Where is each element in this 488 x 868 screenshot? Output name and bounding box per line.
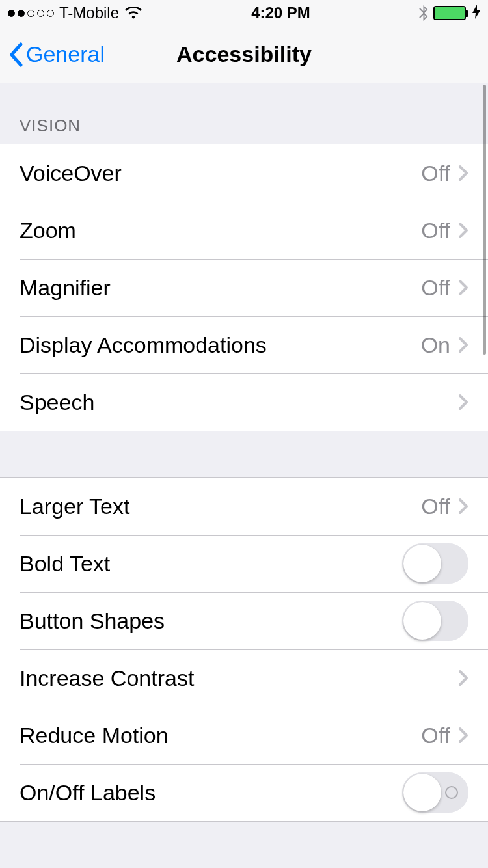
onoff-labels-toggle[interactable] [402, 772, 468, 813]
row-label: Magnifier [20, 275, 421, 301]
group-text-display: Larger Text Off Bold Text Button Shapes … [0, 477, 488, 822]
chevron-right-icon [458, 393, 468, 411]
row-value: On [421, 332, 450, 358]
row-label: Bold Text [20, 551, 402, 576]
row-value: Off [421, 723, 450, 748]
row-value: Off [421, 161, 450, 186]
row-label: Larger Text [20, 494, 421, 519]
chevron-right-icon [458, 497, 468, 515]
row-speech[interactable]: Speech [0, 373, 488, 431]
status-time: 4:20 PM [251, 4, 310, 22]
button-shapes-toggle[interactable] [402, 601, 468, 641]
row-onoff-labels[interactable]: On/Off Labels [0, 764, 488, 821]
chevron-right-icon [458, 278, 468, 297]
chevron-right-icon [458, 336, 468, 354]
wifi-icon [124, 7, 142, 20]
row-voiceover[interactable]: VoiceOver Off [0, 144, 488, 202]
row-value: Off [421, 494, 450, 519]
row-display-accommodations[interactable]: Display Accommodations On [0, 316, 488, 373]
chevron-right-icon [458, 726, 468, 744]
chevron-right-icon [458, 164, 468, 182]
row-larger-text[interactable]: Larger Text Off [0, 478, 488, 535]
row-label: Speech [20, 390, 458, 415]
row-magnifier[interactable]: Magnifier Off [0, 259, 488, 316]
row-label: VoiceOver [20, 161, 421, 186]
scroll-indicator [483, 85, 486, 355]
row-increase-contrast[interactable]: Increase Contrast [0, 649, 488, 707]
row-button-shapes[interactable]: Button Shapes [0, 592, 488, 649]
signal-strength-icon [8, 10, 54, 17]
row-label: Increase Contrast [20, 666, 458, 691]
row-reduce-motion[interactable]: Reduce Motion Off [0, 707, 488, 764]
bold-text-toggle[interactable] [402, 543, 468, 584]
row-label: Zoom [20, 218, 421, 243]
row-zoom[interactable]: Zoom Off [0, 202, 488, 259]
content-scroll[interactable]: VISION VoiceOver Off Zoom Off Magnifier … [0, 83, 488, 868]
row-bold-text[interactable]: Bold Text [0, 535, 488, 592]
bluetooth-icon [419, 5, 428, 21]
back-label: General [26, 42, 105, 67]
row-label: Display Accommodations [20, 332, 421, 358]
chevron-left-icon [8, 42, 23, 68]
row-label: Reduce Motion [20, 723, 421, 748]
row-value: Off [421, 218, 450, 243]
row-value: Off [421, 275, 450, 301]
battery-icon [433, 6, 466, 20]
status-bar: T-Mobile 4:20 PM [0, 0, 488, 26]
chevron-right-icon [458, 669, 468, 687]
carrier-label: T-Mobile [59, 4, 119, 22]
charging-icon [472, 5, 480, 22]
back-button[interactable]: General [0, 42, 105, 68]
group-vision: VoiceOver Off Zoom Off Magnifier Off Dis… [0, 144, 488, 431]
chevron-right-icon [458, 221, 468, 239]
row-label: Button Shapes [20, 608, 402, 634]
row-label: On/Off Labels [20, 780, 402, 806]
section-header-vision: VISION [0, 83, 488, 144]
navigation-bar: General Accessibility [0, 26, 488, 83]
